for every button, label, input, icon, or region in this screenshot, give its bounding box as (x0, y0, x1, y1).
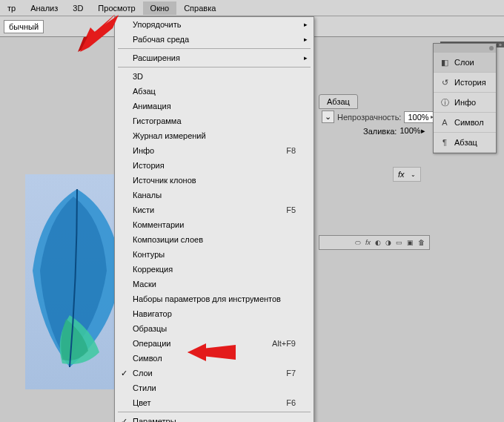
check-icon: ✓ (121, 369, 127, 378)
menu-styles[interactable]: Стили (115, 380, 314, 395)
menu-history[interactable]: История (115, 158, 314, 173)
opacity-input[interactable]: 100%▸ (404, 111, 437, 123)
separator (118, 412, 311, 412)
mode-combo[interactable]: бычный (4, 20, 44, 33)
menubar: тр Анализ 3D Просмотр Окно Справка (0, 0, 504, 16)
link-icon[interactable]: ⬭ (355, 239, 361, 247)
trash-icon[interactable]: 🗑 (418, 239, 425, 246)
fx-icon[interactable]: fx (365, 239, 371, 246)
menu-masks[interactable]: Маски (115, 277, 314, 291)
menu-view[interactable]: Просмотр (90, 1, 142, 15)
menu-swatches[interactable]: Образцы (115, 321, 314, 336)
menu-adjustments[interactable]: Коррекция (115, 262, 314, 277)
panelbtn-label: Символ (454, 118, 484, 127)
menu-help[interactable]: Справка (176, 1, 223, 15)
menu-layers[interactable]: ✓СлоиF7 (115, 366, 314, 380)
menu-character[interactable]: Символ (115, 351, 314, 366)
menu-actions[interactable]: ОперацииAlt+F9 (115, 336, 314, 351)
panelbtn-info[interactable]: ⓘ Инфо (434, 93, 496, 113)
menu-brushes[interactable]: КистиF5 (115, 202, 314, 217)
panelbtn-character[interactable]: A Символ (434, 113, 496, 133)
history-icon: ↺ (440, 77, 450, 88)
panelbtn-label: Слои (454, 58, 474, 67)
menu-info[interactable]: ИнфоF8 (115, 143, 314, 158)
fx-label: fx (398, 170, 405, 179)
panel-head[interactable] (434, 44, 496, 53)
menu-tool-presets[interactable]: Наборы параметров для инструментов (115, 291, 314, 306)
menu-paths[interactable]: Контуры (115, 247, 314, 262)
menu-layer-comps[interactable]: Композиции слоев (115, 232, 314, 247)
menu-measurement-log[interactable]: Журнал измерений (115, 128, 314, 143)
fill-label: Заливка: (363, 127, 397, 136)
info-icon: ⓘ (440, 97, 450, 108)
mask-icon[interactable]: ◐ (375, 239, 381, 246)
paragraph-icon: ¶ (440, 137, 450, 148)
menu-workspace[interactable]: Рабочая среда (115, 32, 314, 47)
window-menu: Упорядочить Рабочая среда Расширения 3D … (114, 16, 314, 422)
menu-color[interactable]: ЦветF6 (115, 395, 314, 410)
chevron-down-icon[interactable]: ⌄ (411, 171, 416, 178)
menu-navigator[interactable]: Навигатор (115, 306, 314, 321)
menu-channels[interactable]: Каналы (115, 188, 314, 202)
new-layer-icon[interactable]: ▣ (407, 239, 414, 246)
opacity-label: Непрозрачность: (337, 113, 401, 122)
chevron-right-icon: ▸ (421, 126, 425, 135)
menu-clone-source[interactable]: Источник клонов (115, 173, 314, 188)
menu-analysis[interactable]: Анализ (23, 1, 65, 15)
menu-window[interactable]: Окно (143, 1, 177, 15)
grip-icon (489, 46, 494, 50)
check-icon: ✓ (121, 417, 127, 423)
menu-filter[interactable]: тр (0, 1, 23, 15)
blend-mode-chevron-icon[interactable]: ⌄ (322, 111, 334, 123)
menu-histogram[interactable]: Гистограмма (115, 113, 314, 128)
layers-icon: ◧ (440, 57, 450, 67)
menu-extensions[interactable]: Расширения (115, 50, 314, 65)
menu-arrange[interactable]: Упорядочить (115, 17, 314, 32)
separator (118, 67, 311, 67)
panelbtn-layers[interactable]: ◧ Слои (434, 53, 496, 73)
layers-footer: ⬭ fx ◐ ◑ ▭ ▣ 🗑 (319, 235, 430, 250)
folder-icon[interactable]: ▭ (396, 239, 402, 246)
layer-fx-row: fx ⌄ (393, 167, 421, 182)
panelbtn-label: История (454, 78, 486, 87)
fill-input[interactable]: 100%▸ (399, 126, 425, 136)
menu-animation[interactable]: Анимация (115, 99, 314, 113)
menu-3d[interactable]: 3D (65, 1, 90, 15)
menu-options[interactable]: ✓Параметры (115, 414, 314, 422)
character-icon: A (440, 117, 450, 128)
menu-paragraph-panel[interactable]: Абзац (115, 84, 314, 99)
adjustment-icon[interactable]: ◑ (385, 239, 391, 246)
tab-paragraph[interactable]: Абзац (319, 94, 358, 109)
separator (118, 48, 311, 49)
menu-notes[interactable]: Комментарии (115, 217, 314, 232)
panelbtn-history[interactable]: ↺ История (434, 73, 496, 93)
collapse-chevron-icon: » (499, 42, 502, 47)
panelbtn-label: Абзац (454, 138, 477, 147)
menu-3d-panel[interactable]: 3D (115, 69, 314, 84)
panelbtn-paragraph[interactable]: ¶ Абзац (434, 133, 496, 153)
panelbtn-label: Инфо (454, 98, 476, 107)
panel-icons-flyout: ◧ Слои ↺ История ⓘ Инфо A Символ ¶ Абзац (433, 43, 497, 154)
